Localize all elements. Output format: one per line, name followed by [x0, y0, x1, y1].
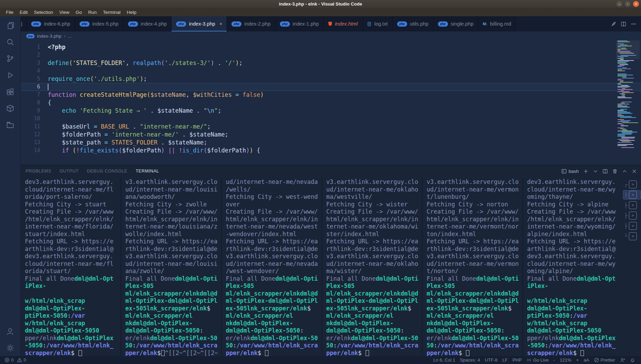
terminal-tab-6[interactable]: └> — [623, 232, 641, 241]
panel-tab-output[interactable]: OUTPUT — [59, 165, 79, 177]
error-icon — [4, 357, 10, 363]
terminal-line: ptiPlex-5050:/var — [527, 312, 623, 320]
window-controls: –▫× — [616, 1, 639, 7]
tab-index-1.php[interactable]: phpindex-1.php — [275, 16, 324, 31]
language-mode[interactable]: PHP — [510, 356, 524, 364]
panel-tab-terminal[interactable]: TERMINAL — [136, 165, 159, 177]
warnings[interactable]: 0 — [15, 356, 28, 364]
menu-view[interactable]: View — [56, 8, 73, 16]
breadcrumb-symbol[interactable]: ... — [68, 34, 72, 39]
menu-help[interactable]: Help — [123, 8, 139, 16]
tree-branch-icon: ┌ — [624, 181, 628, 188]
terminal-profile-selector[interactable]: bash — [561, 169, 579, 174]
eol[interactable]: LF — [500, 356, 510, 364]
menu-go[interactable]: Go — [73, 8, 85, 16]
go-live[interactable]: Go Live — [524, 356, 551, 364]
font-switcher[interactable]: aA — [581, 356, 592, 364]
terminal-pane-1[interactable]: dev3.earthlink.serverguy.cloud/internet-… — [21, 178, 121, 356]
run-debug-icon[interactable] — [5, 69, 16, 81]
maximize-panel-button[interactable] — [622, 169, 627, 174]
tab-billing.md[interactable]: M↓billing.md — [478, 16, 516, 31]
source-control-icon[interactable] — [5, 53, 16, 64]
terminal-tab-2[interactable]: ├> — [623, 190, 641, 199]
tab-index.html[interactable]: index.html — [324, 16, 363, 31]
split-editor-icon[interactable] — [621, 21, 626, 27]
maximize-button[interactable]: ▫ — [625, 1, 631, 7]
package-icon[interactable] — [5, 103, 16, 114]
panel-tab-debug-console[interactable]: DEBUG CONSOLE — [87, 165, 127, 177]
kill-terminal-button[interactable] — [612, 169, 617, 174]
menu-selection[interactable]: Selection — [31, 8, 56, 16]
terminal-line: Fetching City -> wister — [326, 201, 422, 208]
minimap[interactable] — [617, 40, 638, 165]
breadcrumb-file[interactable]: index-3.php — [37, 34, 62, 39]
terminal-tab-1[interactable]: ┌> — [623, 180, 641, 189]
tab-label: index-5.php — [92, 21, 119, 27]
close-panel-button[interactable] — [632, 169, 637, 174]
errors[interactable]: 0 — [3, 356, 15, 364]
accounts[interactable] — [617, 356, 628, 364]
terminal-tab-5[interactable]: ├> — [623, 221, 641, 231]
search-icon[interactable] — [5, 36, 16, 47]
terminal-line: alpine/index.html — [527, 231, 623, 238]
menu-edit[interactable]: Edit — [17, 8, 31, 16]
terminal-line: v3.earthlink.serverguy.clo — [125, 253, 221, 260]
split-terminal-button[interactable] — [603, 169, 608, 174]
tab-index-6.php[interactable]: phpindex-6.php — [27, 16, 75, 31]
minimize-button[interactable]: – — [616, 1, 622, 7]
prettier[interactable]: Prettier — [592, 356, 617, 364]
tab-index-3.php[interactable]: phpindex-3.php× — [172, 16, 227, 31]
notifications[interactable] — [628, 356, 638, 364]
tab-single.php[interactable]: phpsingle.php — [433, 16, 478, 31]
tab-log.txt[interactable]: log.txt — [363, 16, 393, 31]
indentation[interactable]: Spaces: 4 — [458, 356, 483, 364]
menu-run[interactable]: Run — [85, 8, 100, 16]
explorer-icon[interactable] — [5, 20, 16, 31]
extensions-icon[interactable] — [5, 86, 16, 97]
terminal-line: dml@dml-OptiPlex-5050: — [427, 327, 522, 335]
tab-utils.php[interactable]: phputils.php — [393, 16, 433, 31]
terminal-tab-4[interactable]: ├> — [623, 211, 641, 220]
terminal-pane-6[interactable]: dev3.earthlink.serverguy.cloud/internet-… — [523, 178, 623, 356]
zoom-out[interactable]: - — [551, 356, 557, 364]
terminal-line: ana/zwolle/ — [125, 268, 221, 275]
new-terminal-button[interactable] — [583, 169, 588, 174]
menu-file[interactable]: File — [3, 8, 17, 16]
close-button[interactable]: × — [633, 1, 639, 7]
label: Go Live — [533, 357, 549, 363]
php-file-icon: php — [438, 21, 448, 27]
clipped-tab[interactable]: ) — [21, 16, 27, 31]
library-icon[interactable] — [5, 119, 16, 130]
line-number: 13 — [21, 139, 48, 147]
tree-branch-icon: ├ — [624, 223, 628, 229]
cursor-position[interactable]: Ln 6, Col 1 — [431, 356, 458, 364]
terminal-line: Fetching URL -> https://e — [527, 238, 623, 245]
more-actions-icon[interactable] — [631, 21, 636, 27]
tab-index-5.php[interactable]: phpindex-5.php — [75, 16, 123, 31]
terminal-tab-3[interactable]: ├> — [623, 200, 641, 210]
terminal-pane-4[interactable]: v3.earthlink.serverguy.cloud/internet-ne… — [322, 178, 422, 356]
close-tab-icon[interactable]: × — [219, 21, 222, 27]
panel-tab-problems[interactable]: PROBLEMS — [26, 165, 51, 177]
tab-index-2.php[interactable]: phpindex-2.php — [227, 16, 275, 31]
tab-index-4.php[interactable]: phpindex-4.php — [123, 16, 172, 31]
quill-icon[interactable] — [611, 21, 616, 27]
code-editor[interactable]: 1<?php23define('STATES_FOLDER', realpath… — [21, 40, 641, 165]
terminal-line: ml-OptiPlex-dml@dml-OptiPl — [326, 297, 422, 305]
accounts-icon[interactable] — [5, 326, 16, 337]
terminal-line: nkdml@dml-OptiPlex- — [326, 320, 422, 327]
terminal-line: Plex-505 — [125, 282, 221, 290]
zoom-level[interactable]: 121% — [557, 356, 574, 364]
terminal-pane-5[interactable]: v3.earthlink.serverguy.cloud/internet-ne… — [422, 178, 522, 356]
code-line: 8{ — [21, 99, 641, 107]
terminal-profile-dropdown-icon[interactable] — [593, 169, 598, 174]
terminal-pane-2[interactable]: v3.earthlink.serverguy.cloud/internet-ne… — [121, 178, 221, 356]
terminal-line: Fetching City -> west-wend — [226, 193, 322, 201]
encoding[interactable]: UTF-8 — [482, 356, 500, 364]
terminal-pane-3[interactable]: ud/internet-near-me/nevada/wells/Fetchin… — [221, 178, 322, 356]
settings-icon[interactable] — [5, 342, 16, 353]
terminal-line: -wendover/index.html — [226, 231, 322, 238]
terminal-line: html/elnk_scrapper/elnk/in — [427, 216, 522, 223]
menu-terminal[interactable]: Terminal — [100, 8, 123, 16]
zoom-in[interactable]: + — [574, 356, 582, 364]
